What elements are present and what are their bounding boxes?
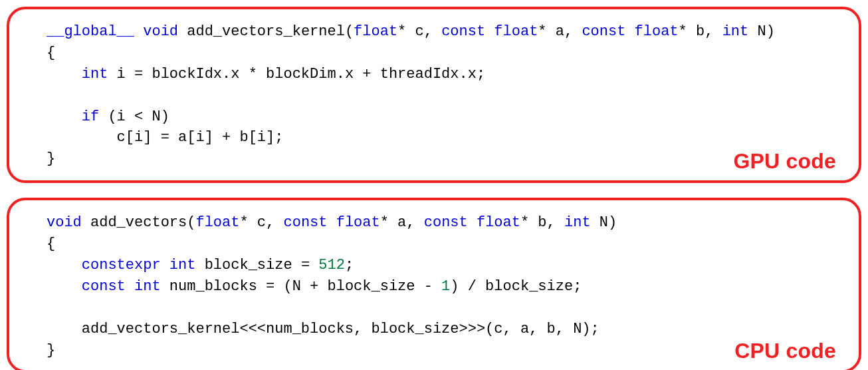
keyword-token: if xyxy=(82,108,99,125)
keyword-token: const xyxy=(424,214,468,231)
keyword-token: float xyxy=(195,214,239,231)
keyword-token: float xyxy=(336,214,380,231)
keyword-token: const xyxy=(441,23,485,40)
keyword-token: const xyxy=(82,278,126,295)
keyword-token: int xyxy=(722,23,749,40)
keyword-token: int xyxy=(169,257,196,274)
number-token: 1 xyxy=(441,278,450,295)
keyword-token: const xyxy=(582,23,625,40)
keyword-token: float xyxy=(494,23,538,40)
keyword-token: float xyxy=(354,23,397,40)
gpu-code: __global__ void add_vectors_kernel(float… xyxy=(47,21,841,170)
cpu-code: void add_vectors(float* c, const float* … xyxy=(47,212,841,361)
keyword-token: void xyxy=(143,23,178,40)
keyword-token: int xyxy=(82,66,108,83)
number-token: 512 xyxy=(318,257,345,274)
keyword-token: constexpr xyxy=(82,257,161,274)
cpu-label: CPU code xyxy=(734,339,836,363)
keyword-token: void xyxy=(47,214,82,231)
keyword-token: int xyxy=(134,278,161,295)
keyword-token: const xyxy=(283,214,327,231)
keyword-token: int xyxy=(564,214,591,231)
keyword-token: float xyxy=(635,23,679,40)
keyword-token: __global__ xyxy=(47,23,134,40)
gpu-code-block: __global__ void add_vectors_kernel(float… xyxy=(7,7,861,183)
keyword-token: float xyxy=(477,214,520,231)
cpu-code-block: void add_vectors(float* c, const float* … xyxy=(7,198,861,370)
gpu-label: GPU code xyxy=(733,149,836,174)
